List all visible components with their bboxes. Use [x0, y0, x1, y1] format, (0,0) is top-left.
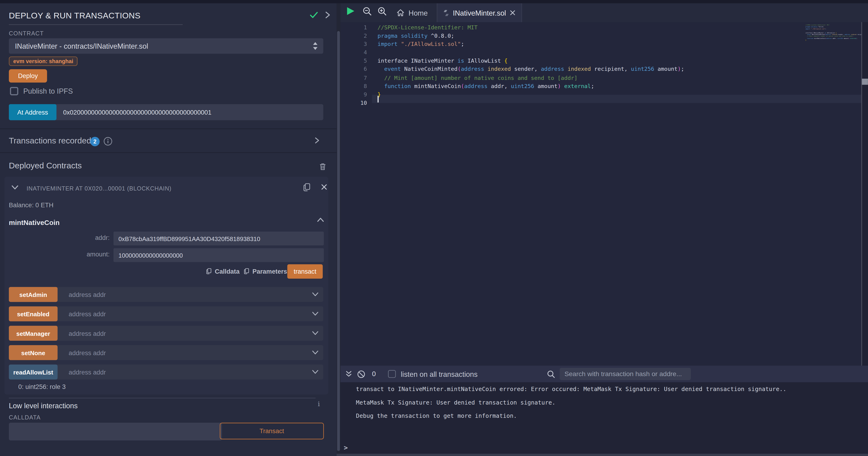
code-text: //SPDX-License-Identifier: MITpragma sol… — [377, 23, 684, 107]
low-level-info-icon: i — [318, 400, 320, 408]
terminal-log-line: Debug the transaction to get more inform… — [356, 412, 786, 419]
remix-ide-window: DEPLOY & RUN TRANSACTIONS CONTRACT INati… — [0, 0, 868, 456]
transactions-count-badge: 2 — [90, 137, 100, 146]
contract-select-value: INativeMinter - contracts/INativeMinter.… — [15, 42, 148, 50]
amount-field-input[interactable] — [114, 248, 324, 262]
play-icon[interactable] — [347, 7, 354, 15]
amount-field-label: amount: — [65, 251, 110, 258]
parameters-action-label: Parameters — [252, 268, 287, 275]
terminal-collapse-icon[interactable] — [345, 370, 352, 378]
method-row-setEnabled: setEnabled — [9, 306, 323, 321]
method-row-readAllowList: readAllowList — [9, 365, 323, 379]
select-updown-icon — [313, 42, 318, 50]
method-row-setAdmin: setAdmin — [9, 287, 323, 302]
terminal-bottom-strip — [337, 454, 868, 456]
tab-home[interactable]: Home — [391, 3, 433, 22]
terminal-log-line: transact to INativeMinter.mintNativeCoin… — [356, 386, 786, 392]
addr-field-input[interactable] — [114, 231, 324, 245]
deploy-button[interactable]: Deploy — [9, 69, 47, 82]
tab-inativeminter[interactable]: INativeMinter.sol — [437, 3, 522, 22]
zoom-in-icon[interactable] — [377, 7, 387, 16]
pending-tx-count: 0 — [372, 370, 376, 378]
listen-all-checkbox[interactable] — [388, 370, 396, 378]
tab-close-icon[interactable] — [510, 10, 516, 16]
calldata-action-label: Calldata — [215, 268, 240, 275]
setAdmin-button[interactable]: setAdmin — [9, 287, 58, 302]
setManager-button[interactable]: setManager — [9, 326, 58, 341]
editor-scrollbar[interactable] — [862, 22, 868, 366]
clear-console-ban-icon[interactable] — [357, 370, 365, 378]
low-level-divider — [9, 398, 315, 398]
deployed-contract-title[interactable]: INATIVEMINTER AT 0X020...00001 (BLOCKCHA… — [27, 185, 172, 192]
terminal-output[interactable]: transact to INativeMinter.mintNativeCoin… — [340, 382, 868, 454]
copy-icon[interactable] — [303, 183, 311, 192]
check-icon — [309, 10, 319, 19]
panel-scrollbar[interactable] — [337, 3, 340, 456]
deployed-contracts-label: Deployed Contracts — [9, 161, 82, 170]
transactions-recorded-label: Transactions recorded — [9, 136, 91, 145]
tab-home-label: Home — [409, 9, 428, 17]
close-icon[interactable] — [321, 184, 327, 190]
collapse-chevron-up-icon[interactable] — [317, 217, 324, 223]
trash-icon[interactable] — [319, 162, 327, 171]
line-number-gutter: 12345678910 — [340, 23, 367, 107]
low-level-calldata-input[interactable] — [9, 423, 222, 440]
minimap[interactable]: //SPDX-License-Identifier: MITpragma sol… — [805, 25, 853, 41]
listen-all-label: listen on all transactions — [401, 370, 477, 378]
text-cursor — [377, 96, 378, 103]
expand-chevron-down-icon[interactable] — [312, 349, 319, 356]
zoom-out-icon[interactable] — [363, 7, 372, 16]
low-level-title: Low level interactions — [9, 402, 78, 410]
home-icon — [396, 9, 405, 17]
calldata-copy-action[interactable]: Calldata — [206, 267, 240, 275]
deploy-run-panel: DEPLOY & RUN TRANSACTIONS CONTRACT INati… — [0, 3, 337, 456]
terminal-prompt[interactable]: > — [344, 444, 348, 451]
solidity-icon — [443, 9, 449, 16]
terminal-lines: transact to INativeMinter.mintNativeCoin… — [356, 386, 786, 426]
setEnabled-button[interactable]: setEnabled — [9, 306, 58, 321]
transact-button[interactable]: transact — [287, 264, 323, 279]
publish-ipfs-checkbox[interactable] — [10, 87, 19, 95]
transactions-chevron-right-icon[interactable] — [314, 137, 320, 144]
tab-inativeminter-label: INativeMinter.sol — [453, 9, 506, 17]
deployed-contract-card: INATIVEMINTER AT 0X020...00001 (BLOCKCHA… — [4, 177, 328, 395]
method-row-setNone: setNone — [9, 345, 323, 360]
section-divider — [0, 152, 337, 153]
method-row-setManager: setManager — [9, 326, 323, 341]
terminal-log-line: MetaMask Tx Signature: User denied trans… — [356, 399, 786, 406]
contract-label: CONTRACT — [9, 30, 44, 36]
search-icon — [547, 370, 555, 378]
at-address-row: At Address — [9, 104, 323, 120]
contract-select[interactable]: INativeMinter - contracts/INativeMinter.… — [9, 38, 323, 54]
call-output: 0: uint256: role 3 — [19, 383, 66, 390]
at-address-button[interactable]: At Address — [9, 104, 57, 120]
copy-icon — [244, 267, 250, 275]
balance-label: Balance: 0 ETH — [9, 202, 54, 208]
publish-ipfs-label: Publish to IPFS — [23, 87, 73, 95]
copy-icon — [206, 267, 212, 275]
expand-chevron-down-icon[interactable] — [312, 291, 319, 297]
window-top-strip — [0, 0, 868, 3]
low-level-transact-button[interactable]: Transact — [220, 423, 324, 439]
function-name[interactable]: mintNativeCoin — [9, 219, 60, 227]
card-chevron-down-icon[interactable] — [11, 184, 19, 191]
addr-field-label: addr: — [65, 234, 110, 241]
at-address-input[interactable] — [57, 104, 323, 120]
section-divider — [0, 129, 337, 129]
expand-chevron-down-icon[interactable] — [312, 310, 319, 317]
panel-expand-chevron-right-icon[interactable] — [324, 11, 331, 19]
terminal-toolbar: 0 listen on all transactions — [340, 366, 868, 382]
expand-chevron-down-icon[interactable] — [312, 368, 319, 375]
parameters-copy-action[interactable]: Parameters — [244, 267, 287, 275]
calldata-label: CALLDATA — [9, 414, 41, 421]
title-underline — [9, 25, 183, 25]
expand-chevron-down-icon[interactable] — [312, 330, 319, 336]
editor-scrollbar-slider[interactable] — [862, 79, 868, 85]
panel-scrollbar-slider[interactable] — [337, 31, 340, 451]
setNone-button[interactable]: setNone — [9, 345, 58, 360]
readAllowList-button[interactable]: readAllowList — [9, 365, 58, 379]
panel-title: DEPLOY & RUN TRANSACTIONS — [9, 10, 141, 20]
terminal-search-input[interactable] — [559, 368, 691, 380]
info-icon — [103, 137, 113, 146]
evm-version-badge: evm version: shanghai — [9, 57, 78, 66]
